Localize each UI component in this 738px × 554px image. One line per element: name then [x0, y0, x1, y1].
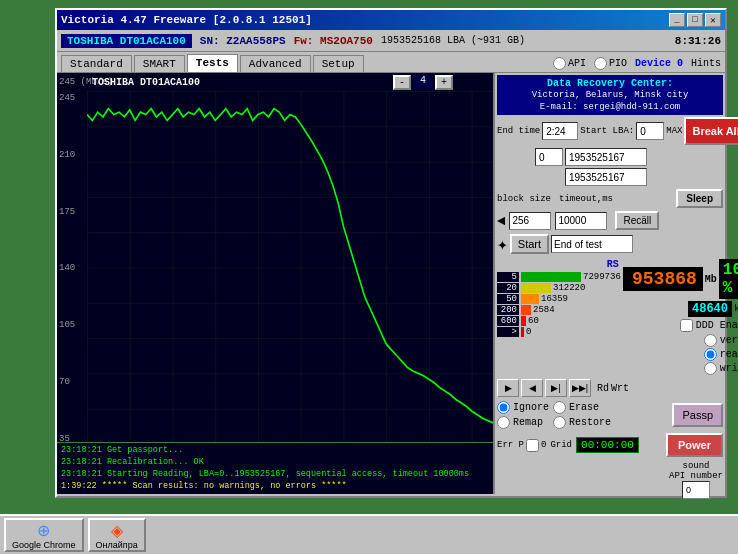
- end-of-test-dropdown[interactable]: End of test: [551, 235, 633, 253]
- tab-smart[interactable]: SMART: [134, 55, 185, 72]
- ddd-enable-checkbox[interactable]: [680, 319, 693, 332]
- passp-button[interactable]: Passp: [672, 403, 723, 427]
- pio-radio[interactable]: [594, 57, 607, 70]
- log-line-4: 1:39:22 ***** Scan results: no warnings,…: [61, 481, 489, 493]
- verify-radio[interactable]: [704, 334, 717, 347]
- grid-label: Grid: [550, 440, 572, 450]
- lba-end1-input[interactable]: [565, 148, 647, 166]
- lba-val2-input[interactable]: [535, 148, 563, 166]
- sector-bar-600: [521, 316, 526, 326]
- remap-radio[interactable]: [497, 416, 510, 429]
- window-title-text: Victoria 4.47 Freeware [2.0.8.1 12501]: [61, 14, 312, 26]
- ignore-radio[interactable]: [497, 401, 510, 414]
- mb-value: 953868: [623, 267, 703, 291]
- zoom-plus-button[interactable]: +: [435, 75, 453, 90]
- sector-val-5: 7299736: [583, 272, 621, 282]
- erase-radio[interactable]: [553, 401, 566, 414]
- grid-timer: 00:00:00: [576, 437, 639, 453]
- zoom-minus-button[interactable]: -: [393, 75, 411, 90]
- close-button[interactable]: ✕: [705, 13, 721, 27]
- end-time-input[interactable]: [542, 122, 578, 140]
- start-lba-label: Start LBA:: [580, 126, 634, 136]
- pio-radio-label[interactable]: PIO: [594, 57, 627, 70]
- chart-y-axis: 245 210 175 140 105 70 35: [59, 93, 75, 444]
- read-radio[interactable]: [704, 348, 717, 361]
- tab-advanced[interactable]: Advanced: [240, 55, 311, 72]
- rd-label: Rd: [597, 383, 609, 394]
- verify-radio-label[interactable]: verify: [704, 334, 738, 347]
- content-area: 245 (Mb/s) 245 210 175 140 105 70 35 TOS…: [57, 73, 725, 494]
- block-size-dropdown[interactable]: 256 512: [509, 212, 551, 230]
- operation-radio-group: verify read write: [704, 334, 738, 375]
- ddd-enable-check[interactable]: DDD Enable: [680, 319, 738, 332]
- taskbar: ⊕ Google Chrome ◈ Онлайпра: [0, 514, 738, 554]
- zoom-controls: - 4 +: [393, 75, 453, 90]
- max-label: MAX: [666, 126, 682, 136]
- play-button[interactable]: ▶: [497, 379, 519, 397]
- kbs-value: 48640: [688, 301, 732, 317]
- next-button[interactable]: ▶|: [545, 379, 567, 397]
- api-radio-label[interactable]: API: [553, 57, 586, 70]
- maximize-button[interactable]: □: [687, 13, 703, 27]
- sector-row-200: 200 2584: [497, 305, 621, 315]
- sector-bar-20: [521, 283, 551, 293]
- end-button[interactable]: ▶▶|: [569, 379, 591, 397]
- read-radio-label[interactable]: read: [704, 348, 738, 361]
- api-radio[interactable]: [553, 57, 566, 70]
- recall-button[interactable]: Recäll: [615, 211, 659, 230]
- timeout-dropdown[interactable]: 10000 5000: [555, 212, 607, 230]
- api-number-label: API number: [669, 471, 723, 481]
- api-number-input[interactable]: [682, 481, 710, 499]
- wrt-label: Wrt: [611, 383, 629, 394]
- info-bar: TOSHIBA DT01ACA100 SN: Z2AA558PS Fw: MS2…: [57, 30, 725, 52]
- title-bar: Victoria 4.47 Freeware [2.0.8.1 12501] _…: [57, 10, 725, 30]
- od-icon: ◈: [111, 521, 123, 540]
- tab-setup[interactable]: Setup: [313, 55, 364, 72]
- start-button[interactable]: Start: [510, 234, 549, 254]
- desktop: Victoria 4.47 Freeware [2.0.8.1 12501] _…: [0, 0, 738, 554]
- tab-standard[interactable]: Standard: [61, 55, 132, 72]
- serial-number-label: SN: Z2AA558PS: [200, 35, 286, 47]
- sector-val-20: 312220: [553, 283, 585, 293]
- chrome-taskbar-button[interactable]: ⊕ Google Chrome: [4, 518, 84, 552]
- tab-right-controls: API PIO Device 0 Hints: [553, 57, 721, 72]
- log-line-2: 23:18:21 Recalibration... OK: [61, 457, 489, 469]
- prev-button[interactable]: ◀: [521, 379, 543, 397]
- zoom-level: 4: [413, 75, 433, 90]
- write-radio[interactable]: [704, 362, 717, 375]
- firmware-label: Fw: MS2OA750: [294, 35, 373, 47]
- write-radio-label[interactable]: write: [704, 362, 738, 375]
- sleep-button[interactable]: Sleep: [676, 189, 723, 208]
- remap-radio-label[interactable]: Remap: [497, 416, 549, 429]
- sector-val-200: 2584: [533, 305, 555, 315]
- rs-label: RS: [607, 259, 619, 270]
- ignore-radio-label[interactable]: Ignore: [497, 401, 549, 414]
- tab-tests[interactable]: Tests: [187, 54, 238, 72]
- block-timeout-row: block size timeout,ms Sleep: [497, 189, 723, 208]
- break-all-button[interactable]: Break All: [684, 117, 738, 145]
- transport-row: ▶ ◀ ▶| ▶▶| Rd Wrt: [497, 379, 723, 397]
- sector-bar-gt: [521, 327, 524, 337]
- start-lba-input[interactable]: [636, 122, 664, 140]
- restore-radio-label[interactable]: Restore: [553, 416, 611, 429]
- restore-radio[interactable]: [553, 416, 566, 429]
- block-size-label: block size: [497, 194, 547, 204]
- log-line-1: 23:18:21 Get passport...: [61, 445, 489, 457]
- percent-sym: %: [723, 279, 733, 297]
- performance-chart: [87, 91, 493, 444]
- device-label: Device 0: [635, 58, 683, 69]
- drive-name[interactable]: TOSHIBA DT01ACA100: [61, 34, 192, 48]
- sector-val-600: 60: [528, 316, 539, 326]
- start-arrow-icon: ✦: [497, 233, 508, 255]
- lba-end2-input[interactable]: [565, 168, 647, 186]
- timeout-ms-label: timeout,ms: [559, 194, 609, 204]
- erase-radio-label[interactable]: Erase: [553, 401, 611, 414]
- power-button[interactable]: Power: [666, 433, 723, 457]
- od-taskbar-button[interactable]: ◈ Онлайпра: [88, 518, 146, 552]
- chrome-label: Google Chrome: [12, 540, 76, 550]
- err-pct-label: Err P: [497, 440, 524, 450]
- err-pct-checkbox[interactable]: [526, 439, 539, 452]
- minimize-button[interactable]: _: [669, 13, 685, 27]
- sector-bar-200: [521, 305, 531, 315]
- dropdowns-row: ◄ 256 512 10000 5000 Recäll: [497, 211, 723, 230]
